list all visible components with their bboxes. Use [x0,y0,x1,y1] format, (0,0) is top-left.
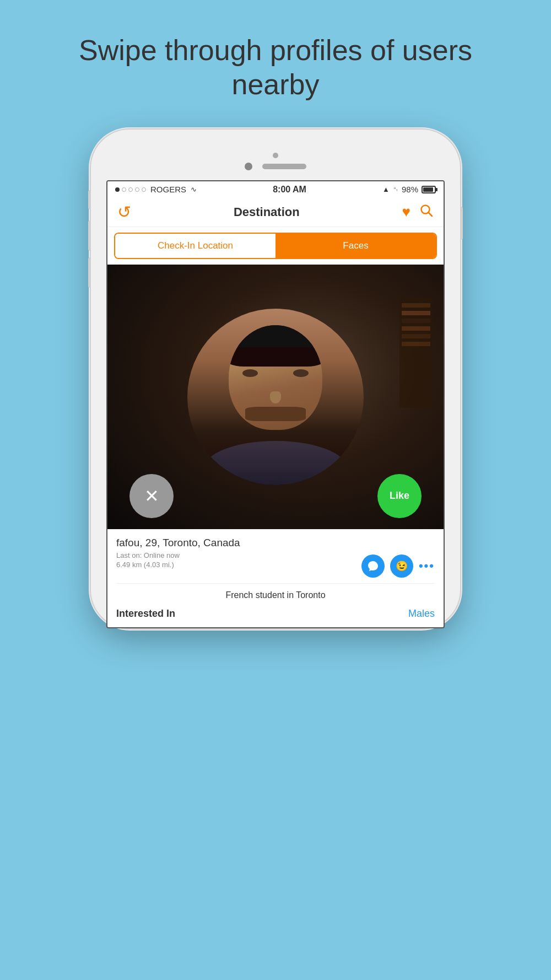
more-options-button[interactable]: ••• [419,559,435,573]
wifi-icon: ∿ [191,185,197,193]
status-right: ▲ ␉ 98% [382,185,436,194]
carrier-name: ROGERS [150,185,186,194]
profile-meta: Last on: Online now 6.49 km (4.03 mi.) 😉 [116,551,435,578]
phone-frame: ROGERS ∿ 8:00 AM ▲ ␉ 98% ↺ Destination [91,130,460,628]
bluetooth-icon: ␉ [393,185,398,194]
signal-dot-4 [135,187,139,192]
action-buttons: ✕ Like [107,474,444,518]
tab-check-in-location[interactable]: Check-In Location [115,234,276,258]
svg-line-1 [428,212,432,216]
search-icon[interactable] [419,203,434,221]
phone-shell: ROGERS ∿ 8:00 AM ▲ ␉ 98% ↺ Destination [91,130,460,628]
headline: Swipe through profiles of users nearby [0,33,551,102]
app-title: Destination [234,205,300,219]
signal-dot-1 [115,187,120,192]
battery-icon [422,186,436,193]
profile-info: fafou, 29, Toronto, Canada Last on: Onli… [107,529,444,627]
phone-screen: ROGERS ∿ 8:00 AM ▲ ␉ 98% ↺ Destination [106,180,445,628]
battery-fill [423,187,433,192]
location-icon: ▲ [382,185,390,193]
signal-dot-5 [142,187,146,192]
profile-interests: Interested In Males [116,602,435,622]
volume-down-button [88,257,91,288]
status-time: 8:00 AM [273,185,306,195]
dislike-button[interactable]: ✕ [129,474,174,518]
profile-sub: Last on: Online now 6.49 km (4.03 mi.) [116,551,180,569]
camera-lens [245,163,252,170]
wink-button[interactable]: 😉 [390,554,413,578]
battery-percent: 98% [402,185,418,194]
power-button [460,207,463,240]
profile-divider [116,583,435,584]
heart-icon[interactable]: ♥ [402,203,410,220]
signal-dot-3 [128,187,133,192]
interests-value: Males [408,608,435,620]
message-button[interactable] [361,554,385,578]
refresh-icon[interactable]: ↺ [117,204,131,220]
profile-bio: French student in Toronto [116,588,435,602]
profile-name: fafou, 29, Toronto, Canada [116,537,435,549]
tab-bar: Check-In Location Faces [114,233,437,259]
header-icons: ♥ [402,203,434,221]
top-bezel [106,145,445,180]
app-header: ↺ Destination ♥ [107,198,444,227]
interests-label: Interested In [116,608,175,620]
sensor-row [245,163,306,170]
profile-last-on: Last on: Online now [116,551,180,559]
volume-up-button [88,220,91,251]
profile-distance: 6.49 km (4.03 mi.) [116,561,180,569]
signal-dot-2 [122,187,126,192]
profile-card: ✕ Like fafou, 29, Toronto, Canada Last o… [107,265,444,627]
front-camera [273,153,278,158]
tab-faces[interactable]: Faces [276,234,436,258]
profile-action-icons: 😉 ••• [361,554,435,578]
profile-photo: ✕ Like [107,265,444,529]
like-button[interactable]: Like [377,474,422,518]
speaker-grille [262,164,306,169]
status-bar: ROGERS ∿ 8:00 AM ▲ ␉ 98% [107,181,444,198]
mute-button [88,190,91,209]
status-left: ROGERS ∿ [115,185,197,194]
